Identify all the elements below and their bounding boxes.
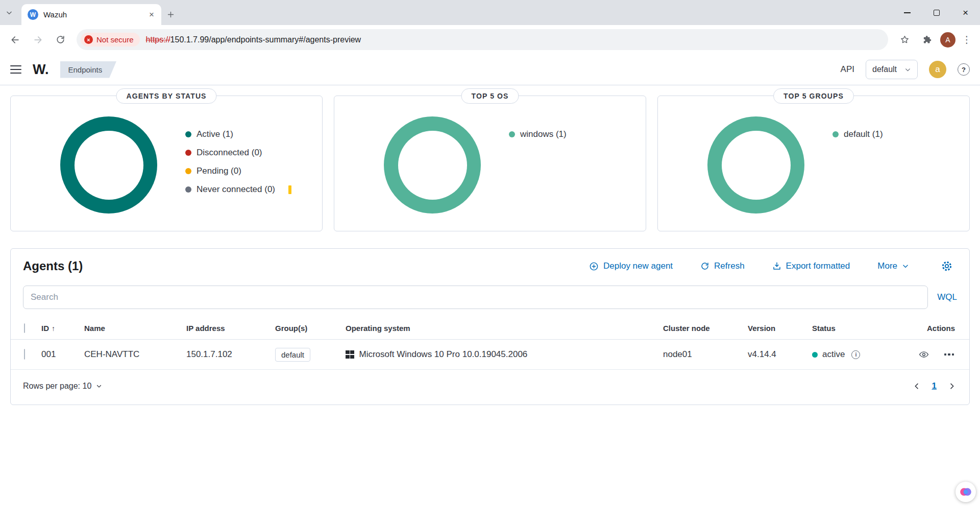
maximize-icon	[934, 10, 940, 16]
column-header-groups[interactable]: Group(s)	[275, 324, 346, 333]
column-header-ip[interactable]: IP address	[186, 324, 275, 333]
status-label: active	[822, 349, 845, 360]
cell-groups: default	[275, 348, 346, 362]
browser-profile-avatar[interactable]: A	[940, 32, 955, 48]
tab-close-icon[interactable]: ×	[146, 9, 157, 20]
next-page-button[interactable]	[948, 382, 956, 390]
wql-button[interactable]: WQL	[937, 292, 957, 302]
help-button[interactable]: ?	[958, 63, 970, 76]
deploy-new-agent-label: Deploy new agent	[603, 261, 673, 271]
minimize-button[interactable]	[893, 0, 922, 25]
download-icon	[772, 262, 781, 271]
status-dot	[812, 352, 818, 358]
chevron-left-icon	[913, 382, 921, 390]
cell-name: CEH-NAVTTC	[84, 349, 186, 360]
previous-page-button[interactable]	[913, 382, 921, 390]
not-secure-icon: ×	[84, 35, 93, 44]
column-header-name[interactable]: Name	[84, 324, 186, 333]
menu-button[interactable]	[10, 65, 21, 74]
not-secure-label: Not secure	[96, 35, 134, 44]
view-agent-button[interactable]	[919, 349, 929, 360]
cell-id: 001	[41, 349, 84, 360]
user-avatar[interactable]: a	[929, 61, 946, 78]
back-button[interactable]	[6, 31, 24, 49]
select-all-checkbox[interactable]	[24, 323, 25, 333]
legend: default (1)	[832, 129, 883, 140]
extension-overlay-button[interactable]	[955, 482, 976, 502]
wazuh-favicon-icon: W	[28, 9, 38, 20]
table-footer: Rows per page: 10 1	[11, 370, 969, 405]
tab-search-button[interactable]	[0, 0, 18, 25]
puzzle-icon	[922, 35, 932, 44]
legend-label: Active (1)	[197, 129, 233, 139]
breadcrumb-endpoints[interactable]: Endpoints	[60, 61, 117, 78]
top-groups-donut	[707, 116, 804, 214]
sort-ascending-icon: ↑	[52, 324, 55, 333]
more-label: More	[877, 261, 897, 271]
column-header-version[interactable]: Version	[748, 324, 812, 333]
maximize-button[interactable]	[922, 0, 951, 25]
legend-item-never-connected[interactable]: Never connected (0)	[185, 184, 291, 195]
refresh-label: Refresh	[714, 261, 745, 271]
rows-per-page-button[interactable]: Rows per page: 10	[23, 382, 102, 391]
legend-dot	[832, 131, 839, 137]
wazuh-logo[interactable]: W.	[33, 62, 49, 78]
row-more-actions-button[interactable]	[944, 353, 954, 356]
chevron-down-icon	[6, 9, 13, 16]
deploy-new-agent-button[interactable]: Deploy new agent	[589, 261, 673, 271]
cell-cluster-node: node01	[663, 349, 748, 360]
column-header-actions: Actions	[909, 324, 969, 333]
legend-item-windows[interactable]: windows (1)	[509, 129, 567, 140]
search-input[interactable]	[23, 286, 928, 309]
legend-item-pending[interactable]: Pending (0)	[185, 165, 291, 177]
top-os-donut	[384, 116, 481, 214]
info-icon[interactable]: i	[851, 350, 860, 359]
question-mark-icon: ?	[962, 66, 966, 74]
legend-label: default (1)	[844, 129, 883, 139]
legend-item-active[interactable]: Active (1)	[185, 129, 291, 140]
export-formatted-label: Export formatted	[786, 261, 850, 271]
legend-dot	[185, 168, 191, 174]
api-select[interactable]: default	[866, 60, 918, 79]
column-header-cluster[interactable]: Cluster node	[663, 324, 748, 333]
top-os-card: TOP 5 OS windows (1)	[334, 96, 646, 231]
close-window-button[interactable]: ×	[951, 0, 980, 25]
legend-label: Disconnected (0)	[197, 148, 262, 158]
star-icon	[900, 35, 910, 44]
reload-button[interactable]	[51, 31, 69, 49]
export-formatted-button[interactable]: Export formatted	[772, 261, 850, 271]
reload-icon	[56, 35, 65, 44]
not-secure-badge[interactable]: × Not secure	[81, 33, 140, 46]
browser-tab[interactable]: W Wazuh ×	[21, 4, 161, 25]
legend-item-default[interactable]: default (1)	[832, 129, 883, 140]
more-button[interactable]: More	[877, 261, 909, 271]
refresh-icon	[700, 262, 709, 271]
cell-os: Microsoft Windows 10 Pro 10.0.19045.2006	[346, 349, 663, 360]
page-number[interactable]: 1	[932, 381, 937, 391]
api-select-value: default	[872, 65, 897, 74]
browser-menu-button[interactable]: ⋮	[960, 34, 974, 45]
agents-panel: Agents (1) Deploy new agent Refresh Expo…	[10, 248, 970, 405]
browser-toolbar: × Not secure https://150.1.7.99/app/endp…	[0, 25, 980, 54]
agents-title: Agents (1)	[23, 259, 83, 273]
refresh-button[interactable]: Refresh	[700, 261, 745, 271]
column-header-status[interactable]: Status	[812, 324, 909, 333]
row-checkbox[interactable]	[24, 349, 25, 360]
extensions-button[interactable]	[918, 31, 936, 49]
new-tab-button[interactable]	[161, 4, 180, 25]
table-header: ID↑ Name IP address Group(s) Operating s…	[11, 317, 969, 340]
legend-item-disconnected[interactable]: Disconnected (0)	[185, 147, 291, 158]
forward-button[interactable]	[29, 31, 47, 49]
agents-panel-header: Agents (1) Deploy new agent Refresh Expo…	[11, 249, 969, 277]
table-settings-button[interactable]	[941, 260, 953, 272]
group-badge[interactable]: default	[275, 348, 310, 362]
bookmark-button[interactable]	[895, 31, 914, 49]
legend-label: windows (1)	[520, 129, 567, 139]
main-content: AGENTS BY STATUS Active (1) Disconnected…	[0, 85, 980, 405]
text-cursor-artifact	[288, 185, 291, 194]
column-header-os[interactable]: Operating system	[346, 324, 663, 333]
card-title-top-5-groups: TOP 5 GROUPS	[773, 88, 854, 104]
column-header-id[interactable]: ID↑	[41, 324, 84, 333]
address-bar[interactable]: × Not secure https://150.1.7.99/app/endp…	[77, 29, 888, 50]
windows-icon	[346, 350, 354, 359]
